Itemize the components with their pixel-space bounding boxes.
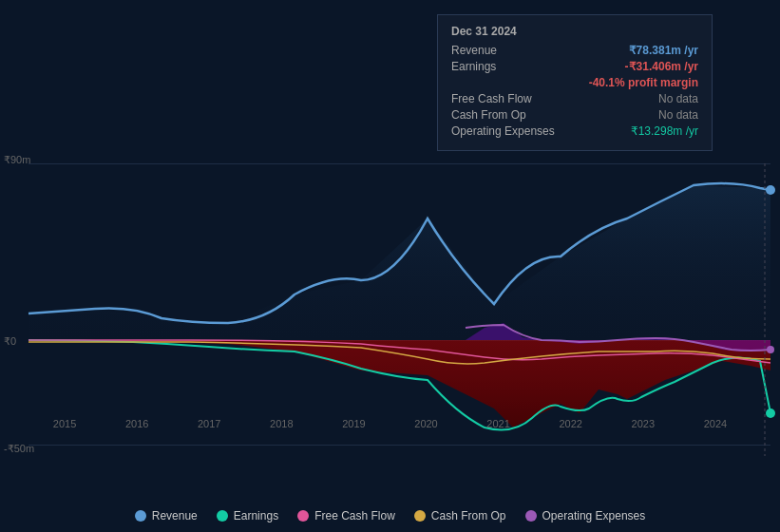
x-label-2020: 2020 [414, 418, 437, 429]
tooltip-label-earnings: Earnings [451, 60, 496, 73]
x-label-2024: 2024 [704, 418, 727, 429]
legend-label-revenue: Revenue [152, 509, 198, 522]
tooltip-value-fcf: No data [658, 92, 698, 105]
x-label-2015: 2015 [53, 418, 76, 429]
x-label-2023: 2023 [632, 418, 655, 429]
tooltip-row-cfop: Cash From Op No data [451, 108, 698, 122]
revenue-endpoint [766, 185, 775, 195]
chart-legend: Revenue Earnings Free Cash Flow Cash Fro… [0, 509, 780, 522]
tooltip-label-fcf: Free Cash Flow [451, 92, 532, 105]
tooltip-value-margin: -40.1% profit margin [589, 76, 698, 89]
tooltip-value-cfop: No data [658, 108, 698, 122]
legend-dot-cfop [414, 510, 426, 522]
x-label-2017: 2017 [198, 418, 220, 429]
legend-item-revenue[interactable]: Revenue [135, 509, 198, 522]
earnings-endpoint [766, 408, 775, 418]
tooltip-row-margin: -40.1% profit margin [451, 76, 698, 89]
x-label-2018: 2018 [270, 418, 293, 429]
tooltip-label-opex: Operating Expenses [451, 124, 555, 138]
tooltip-label-cfop: Cash From Op [451, 108, 526, 122]
tooltip-label-revenue: Revenue [451, 44, 497, 57]
legend-label-cfop: Cash From Op [431, 509, 506, 522]
tooltip-row-opex: Operating Expenses ₹13.298m /yr [451, 124, 698, 138]
tooltip-date: Dec 31 2024 [451, 25, 698, 38]
legend-label-fcf: Free Cash Flow [314, 509, 395, 522]
opex-endpoint [767, 346, 774, 353]
x-label-2022: 2022 [559, 418, 581, 429]
tooltip-card: Dec 31 2024 Revenue ₹78.381m /yr Earning… [437, 14, 713, 151]
x-label-2021: 2021 [486, 418, 509, 429]
tooltip-row-earnings: Earnings -₹31.406m /yr [451, 60, 698, 73]
tooltip-value-revenue: ₹78.381m /yr [629, 44, 698, 57]
legend-item-cfop[interactable]: Cash From Op [414, 509, 506, 522]
legend-item-opex[interactable]: Operating Expenses [525, 509, 646, 522]
legend-dot-fcf [297, 510, 309, 522]
legend-dot-earnings [217, 510, 228, 522]
tooltip-row-revenue: Revenue ₹78.381m /yr [451, 44, 698, 57]
legend-dot-opex [525, 510, 537, 522]
legend-item-earnings[interactable]: Earnings [217, 509, 278, 522]
legend-label-earnings: Earnings [234, 509, 278, 522]
revenue-fill [29, 185, 770, 340]
legend-dot-revenue [135, 510, 146, 522]
tooltip-value-opex: ₹13.298m /yr [631, 124, 698, 138]
legend-label-opex: Operating Expenses [542, 509, 646, 522]
tooltip-row-fcf: Free Cash Flow No data [451, 92, 698, 105]
tooltip-value-earnings: -₹31.406m /yr [625, 60, 698, 73]
x-label-2016: 2016 [125, 418, 148, 429]
x-axis-labels: 2015 2016 2017 2018 2019 2020 2021 2022 … [0, 418, 780, 429]
x-label-2019: 2019 [342, 418, 365, 429]
legend-item-fcf[interactable]: Free Cash Flow [297, 509, 395, 522]
